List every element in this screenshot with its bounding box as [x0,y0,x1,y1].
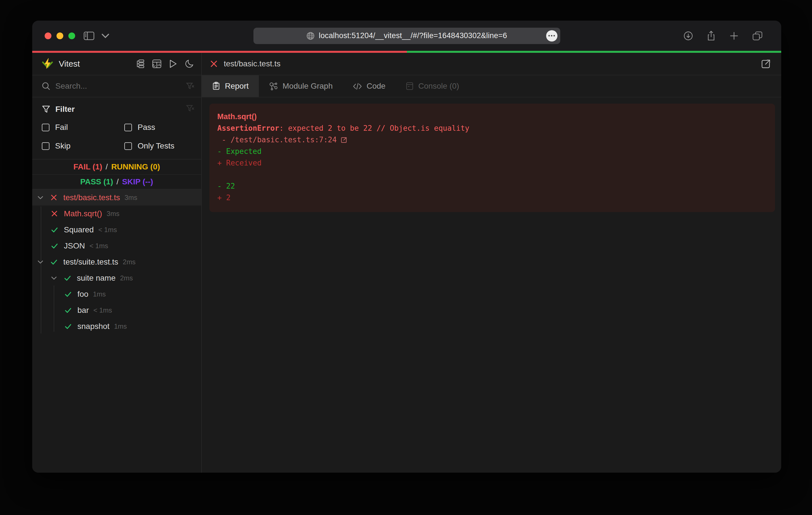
window-controls [45,21,75,51]
open-in-editor-icon[interactable] [340,137,348,144]
filter-checkbox-fail[interactable]: Fail [42,123,124,132]
pass-count: PASS (1) [80,177,113,186]
checkbox[interactable] [42,124,50,131]
tree-item-foo[interactable]: foo1ms [32,286,201,302]
summary-separator: / [116,177,119,186]
test-summary: FAIL (1) / RUNNING (0) PASS (1) / SKIP (… [32,159,201,189]
download-icon[interactable] [684,31,693,41]
test-name: snapshot [78,322,110,331]
clear-search-filter-icon[interactable] [186,82,194,90]
diff-line-blank [217,169,767,180]
close-window-button[interactable] [45,32,51,39]
console-icon [406,82,414,90]
tree-item-test-suite-test-ts[interactable]: test/suite.test.ts2ms [32,254,201,270]
pass-icon [51,226,64,234]
test-duration: < 1ms [90,242,108,250]
diff-line-received: + Received [217,157,767,169]
tab-code[interactable]: Code [343,75,396,97]
diff-block: - Expected+ Received - 22+ 2 [217,146,767,204]
tab-console[interactable]: Console (0) [396,75,469,97]
checkbox[interactable] [42,142,50,150]
zoom-window-button[interactable] [68,32,75,39]
tree-item-bar[interactable]: bar< 1ms [32,302,201,318]
report-view: Math.sqrt() AssertionError: expected 2 t… [202,97,781,473]
view-tabs: ReportModule GraphCodeConsole (0) [202,75,781,97]
failed-test-title: Math.sqrt() [217,111,767,123]
test-tree: test/basic.test.ts3msMath.sqrt()3msSquar… [32,189,201,473]
progress-fail-segment [32,51,407,53]
summary-row-1: FAIL (1) / RUNNING (0) [32,159,201,174]
tree-item-json[interactable]: JSON< 1ms [32,238,201,254]
chevron-down-icon[interactable] [37,259,50,265]
chevron-down-icon[interactable] [51,275,64,281]
pass-icon [64,291,78,298]
tab-module-graph[interactable]: Module Graph [259,75,343,97]
browser-toolbar: localhost:51204/__vitest__/#/?file=16484… [32,21,781,51]
sidebar-actions [136,59,194,68]
test-duration: 1ms [93,290,106,298]
checkbox[interactable] [124,124,132,131]
filter-title-row: Filter [42,105,194,114]
diff-line-expected: - 22 [217,180,767,192]
tab-label: Console (0) [418,82,459,91]
clear-filters-icon[interactable] [186,104,194,113]
tree-item-math-sqrt-[interactable]: Math.sqrt()3ms [32,206,201,222]
main-panel: test/basic.test.ts ReportModule GraphCod… [202,53,781,473]
stack-location[interactable]: - /test/basic.test.ts:7:24 [217,134,337,146]
test-name: JSON [64,241,85,250]
address-bar[interactable]: localhost:51204/__vitest__/#/?file=16484… [254,28,560,44]
dashboard-icon[interactable] [152,59,162,68]
pass-icon [64,323,78,330]
ellipsis-icon[interactable] [546,30,557,41]
tab-label: Module Graph [283,82,332,91]
test-name: bar [78,306,89,315]
filter-options: FailPassSkipOnly Tests [42,123,194,151]
tab-label: Report [225,82,249,91]
filter-title: Filter [55,105,75,114]
chevron-down-icon[interactable] [102,34,109,38]
tree-item-test-basic-test-ts[interactable]: test/basic.test.ts3ms [32,189,201,206]
test-name: foo [78,290,88,299]
checkbox-label: Only Tests [138,142,174,151]
error-name: AssertionError [217,124,279,132]
running-count: RUNNING (0) [111,162,160,171]
sidebar-icon[interactable] [84,32,94,40]
url-text: localhost:51204/__vitest__/#/?file=16484… [319,31,507,40]
test-duration: 2ms [120,274,133,282]
filter-checkbox-skip[interactable]: Skip [42,142,124,151]
pass-icon [51,242,64,250]
checkbox[interactable] [124,142,132,150]
fail-icon [51,210,64,217]
new-tab-icon[interactable] [729,31,739,41]
app-title: Vitest [59,59,80,69]
graph-icon [269,82,278,90]
checkbox-label: Pass [138,123,155,132]
tree-item-squared[interactable]: Squared< 1ms [32,222,201,238]
tree-item-snapshot[interactable]: snapshot1ms [32,318,201,334]
tree-view-icon[interactable] [136,59,145,68]
test-name: test/basic.test.ts [63,193,120,202]
filter-section: Filter FailPassSkipOnly Tests [32,97,201,159]
share-icon[interactable] [706,31,716,41]
fail-icon [210,60,218,67]
tab-report[interactable]: Report [202,75,259,97]
tabs-overview-icon[interactable] [752,31,762,41]
browser-window: localhost:51204/__vitest__/#/?file=16484… [32,21,781,473]
run-all-icon[interactable] [169,59,177,68]
search-bar [32,75,201,97]
tree-item-suite-name[interactable]: suite name2ms [32,270,201,286]
diff-line-received: + 2 [217,192,767,204]
filter-checkbox-pass[interactable]: Pass [124,123,194,132]
filter-checkbox-only-tests[interactable]: Only Tests [124,142,194,151]
vitest-app: Vitest [32,53,781,473]
external-link-icon[interactable] [761,59,771,69]
open-file-header: test/basic.test.ts [202,53,781,75]
search-input[interactable] [55,82,183,91]
summary-row-2: PASS (1) / SKIP (--) [32,174,201,189]
chevron-down-icon[interactable] [37,194,50,201]
minimize-window-button[interactable] [57,32,63,39]
test-name: Math.sqrt() [64,209,102,218]
dark-mode-icon[interactable] [185,59,194,68]
checkbox-label: Fail [55,123,68,132]
pass-icon [64,274,77,282]
